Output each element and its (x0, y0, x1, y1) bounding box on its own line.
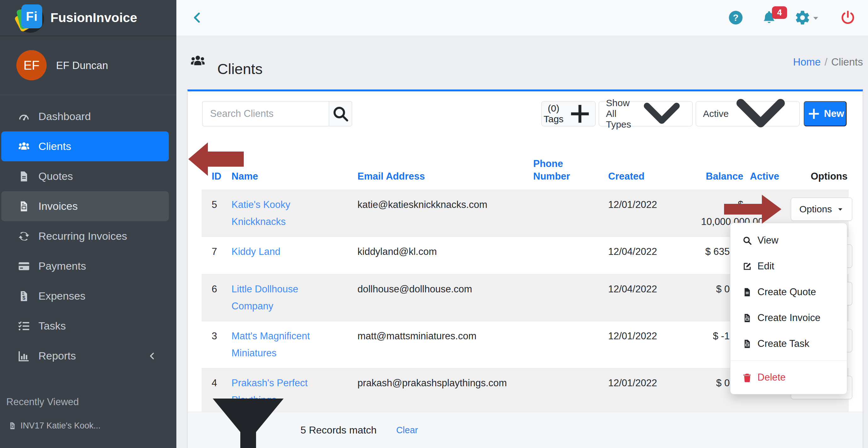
client-phone-cell (533, 274, 608, 321)
sync-icon (17, 230, 31, 243)
client-name-cell: Little Dollhouse Company (231, 274, 358, 321)
file-invoice-icon (742, 339, 752, 349)
brand-row: Fi FusionInvoice (0, 0, 176, 36)
client-phone-cell (533, 321, 608, 368)
sidebar-item-dashboard[interactable]: Dashboard (0, 101, 176, 131)
client-id-cell: 5 (202, 190, 231, 237)
sidebar-item-payments[interactable]: Payments (0, 251, 176, 281)
client-email-cell: dollhouse@dollhouse.com (358, 274, 533, 321)
sidebar-menu: DashboardClientsQuotesInvoicesRecurring … (0, 101, 176, 371)
client-name-cell: Kiddy Land (231, 237, 358, 274)
sidebar-item-tasks[interactable]: Tasks (0, 311, 176, 341)
col-header-phone: Phone Number (533, 147, 608, 190)
records-match-text: 5 Records match (301, 424, 377, 436)
search-input[interactable] (202, 101, 329, 126)
plus-icon (806, 106, 822, 121)
settings-caret-down-icon[interactable] (810, 14, 822, 22)
credit-card-icon (17, 260, 31, 272)
sidebar-item-clients[interactable]: Clients (1, 131, 169, 161)
col-header-email[interactable]: Email Address (358, 147, 533, 190)
svg-text:?: ? (733, 12, 739, 23)
breadcrumb-home-link[interactable]: Home (793, 56, 821, 68)
client-email-cell: kiddyland@kl.com (358, 237, 533, 274)
client-name-cell: Matt's Magnificent Miniatures (231, 321, 358, 368)
app-root: Fi FusionInvoice EF EF Duncan DashboardC… (0, 0, 868, 448)
sidebar-item-quotes[interactable]: Quotes (0, 161, 176, 191)
user-row[interactable]: EF EF Duncan (0, 36, 176, 95)
client-phone-cell (533, 237, 608, 274)
client-name-link[interactable]: Matt's Magnificent Miniatures (231, 348, 319, 359)
type-filter-select[interactable]: Show All Types (599, 101, 692, 126)
breadcrumb-current: Clients (831, 56, 863, 68)
client-created-cell: 12/01/2022 (608, 190, 701, 237)
caret-down-icon (837, 206, 844, 213)
client-name-link[interactable]: Little Dollhouse Company (231, 301, 319, 311)
plus-icon (567, 100, 593, 127)
menu-item-create-invoice[interactable]: Create Invoice (731, 305, 847, 331)
client-name-link[interactable]: Kiddy Land (231, 246, 280, 257)
sidebar-item-recurring-invoices[interactable]: Recurring Invoices (0, 221, 176, 251)
sidebar-item-expenses[interactable]: $Expenses (0, 281, 176, 311)
client-name-link[interactable]: Katie's Kooky Knickknacks (231, 216, 319, 227)
sidebar-item-reports[interactable]: Reports (0, 341, 176, 371)
search-group (202, 101, 352, 126)
annotation-arrow-right (723, 194, 782, 224)
client-phone-cell (533, 368, 608, 415)
menu-item-create-task[interactable]: Create Task (731, 331, 847, 357)
clients-page-icon (188, 53, 208, 69)
col-header-options: Options (791, 147, 849, 190)
sidebar-collapse-chevron-icon[interactable] (191, 11, 204, 24)
topbar: ? 4 (176, 0, 868, 36)
client-created-cell: 12/04/2022 (608, 237, 701, 274)
recent-item-inv17-katie-s-kook[interactable]: INV17 Katie's Kook... (8, 418, 172, 434)
search-icon (742, 235, 752, 246)
file-icon (742, 287, 752, 297)
edit-icon (742, 261, 752, 272)
table-header-row: ID Name Email Address Phone Number Creat… (202, 147, 849, 190)
client-id-cell: 6 (202, 274, 231, 321)
help-icon[interactable]: ? (727, 9, 744, 26)
clear-filter-link[interactable]: Clear (396, 425, 418, 436)
col-header-active[interactable]: Active (750, 147, 791, 190)
new-client-button[interactable]: New (804, 101, 846, 126)
col-header-balance[interactable]: Balance (701, 147, 750, 190)
sidebar-item-invoices[interactable]: Invoices (1, 191, 169, 221)
file-dollar-icon: $ (17, 290, 31, 302)
col-header-name[interactable]: Name (231, 147, 358, 190)
menu-item-view[interactable]: View (731, 228, 847, 253)
col-header-created[interactable]: Created (608, 147, 701, 190)
tags-filter-button[interactable]: (0) Tags (541, 101, 595, 126)
users-icon (17, 140, 31, 153)
annotation-arrow-left (188, 141, 244, 177)
logout-power-icon[interactable] (840, 9, 856, 26)
file-invoice-icon (17, 200, 31, 213)
gear-icon[interactable] (794, 9, 811, 26)
list-check-icon (17, 320, 31, 332)
chart-bar-icon (17, 350, 31, 362)
client-created-cell: 12/01/2022 (608, 368, 701, 415)
client-email-cell: katie@katiesknickknacks.com (358, 190, 533, 237)
avatar[interactable]: EF (17, 50, 46, 80)
trash-icon (742, 372, 752, 383)
client-name-cell: Katie's Kooky Knickknacks (231, 190, 358, 237)
menu-item-create-quote[interactable]: Create Quote (731, 279, 847, 305)
sidebar: Fi FusionInvoice EF EF Duncan DashboardC… (0, 0, 176, 448)
panel-footer: 5 Records match Clear (188, 412, 863, 448)
brand-name: FusionInvoice (51, 0, 137, 36)
page-title: Clients (217, 60, 263, 78)
client-id-cell: 3 (202, 321, 231, 368)
client-created-cell: 12/01/2022 (608, 321, 701, 368)
menu-item-delete[interactable]: Delete (731, 364, 847, 390)
client-email-cell: prakash@prakashsplaythings.com (358, 368, 533, 415)
file-invoice-icon (742, 313, 752, 323)
menu-item-edit[interactable]: Edit (731, 253, 847, 279)
options-button[interactable]: Options (791, 198, 852, 221)
chevron-down-icon (638, 90, 685, 137)
file-icon (17, 170, 31, 183)
search-icon (331, 104, 350, 123)
search-button[interactable] (329, 101, 352, 126)
status-filter-select[interactable]: Active (696, 101, 800, 126)
tachometer-icon (17, 110, 31, 123)
file-invoice-icon (8, 421, 17, 430)
svg-text:$: $ (22, 295, 26, 301)
